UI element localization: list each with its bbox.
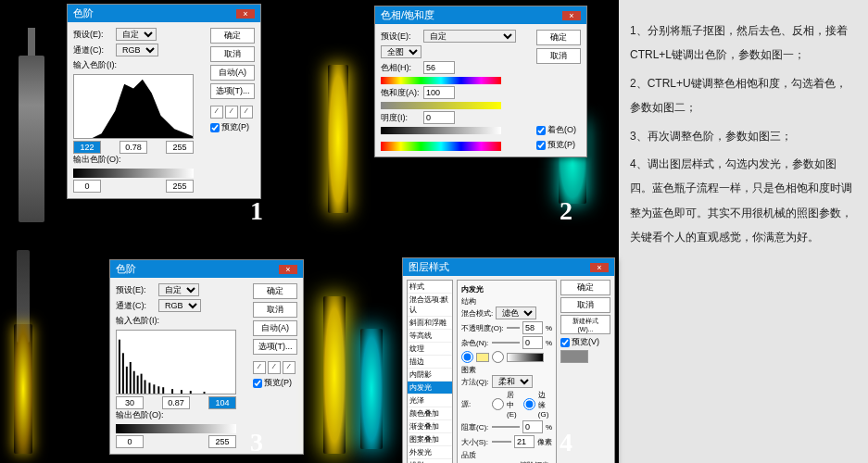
sat-input[interactable] [423, 86, 455, 99]
size-input[interactable] [514, 435, 535, 448]
preview-check[interactable] [536, 141, 546, 150]
out-high[interactable] [166, 180, 194, 193]
svg-rect-5 [133, 371, 135, 394]
options-button[interactable]: 选项(T)... [210, 83, 255, 99]
preset-select[interactable]: 自定 [158, 283, 199, 296]
preview-check[interactable] [560, 338, 570, 347]
choke-input[interactable] [522, 420, 543, 433]
noise-input[interactable] [522, 336, 543, 349]
channel-select[interactable]: RGB [116, 44, 158, 56]
instruction-line: 4、调出图层样式，勾选内发光，参数如图四。蓝色瓶子流程一样，只是色相饱和度时调整… [630, 152, 857, 250]
list-item[interactable]: 颜色叠加 [408, 407, 452, 420]
method-select[interactable]: 柔和 [492, 375, 533, 388]
output-slider[interactable] [73, 169, 194, 178]
choke-slider[interactable] [492, 426, 520, 428]
list-item-active[interactable]: 内发光 [408, 382, 452, 394]
in-high[interactable] [166, 141, 194, 154]
preset-select[interactable]: 自定 [423, 30, 516, 43]
list-item[interactable]: 渐变叠加 [408, 420, 452, 433]
ok-button[interactable]: 确定 [210, 28, 255, 44]
noise-label: 杂色(N): [461, 338, 489, 348]
dialog-title: 色阶 × [68, 5, 260, 22]
list-item[interactable]: 外发光 [408, 446, 452, 459]
ok-button[interactable]: 确定 [536, 30, 581, 45]
channel-select[interactable]: RGB [158, 299, 201, 312]
newstyle-button[interactable]: 新建样式(W)... [560, 315, 610, 334]
in-low[interactable] [116, 396, 144, 409]
histogram [73, 74, 194, 139]
cancel-button[interactable]: 取消 [536, 48, 581, 64]
opacity-input[interactable] [522, 321, 543, 334]
close-icon[interactable]: × [562, 11, 581, 20]
list-item[interactable]: 图案叠加 [408, 433, 452, 446]
colorize-label: 着色(O) [547, 124, 576, 136]
list-item[interactable]: 光泽 [408, 394, 452, 407]
eyedrop-white-icon[interactable]: ⁄ [240, 106, 253, 119]
list-item[interactable]: 样式 [408, 281, 452, 294]
close-icon[interactable]: × [236, 9, 255, 19]
color-radio[interactable] [461, 351, 473, 363]
in-low[interactable] [73, 141, 101, 154]
eyedrop-gray-icon[interactable]: ⁄ [268, 361, 281, 374]
preview-check[interactable] [253, 379, 262, 388]
opacity-slider[interactable] [507, 327, 520, 329]
eyedrop-black-icon[interactable]: ⁄ [210, 106, 223, 119]
preset-label: 预设(E): [381, 31, 420, 43]
levels-dialog-1: 色阶 × 预设(E):自定 通道(C):RGB 输入色阶(I): [67, 4, 261, 199]
cancel-button[interactable]: 取消 [560, 297, 610, 313]
size-slider[interactable] [492, 441, 511, 443]
gradient-radio[interactable] [492, 351, 504, 363]
list-item[interactable]: 斜面和浮雕 [408, 317, 452, 330]
close-icon[interactable]: × [590, 263, 609, 272]
list-item[interactable]: 混合选项:默认 [408, 294, 452, 317]
noise-slider[interactable] [492, 342, 520, 344]
options-button[interactable]: 选项(T)... [253, 339, 297, 355]
out-low[interactable] [116, 435, 144, 448]
cancel-button[interactable]: 取消 [210, 46, 255, 62]
hue-slider[interactable] [381, 77, 501, 84]
output-slider[interactable] [116, 424, 236, 433]
edge-radio[interactable] [523, 398, 535, 410]
eyedrop-black-icon[interactable]: ⁄ [253, 361, 266, 374]
hue-bar [381, 142, 501, 151]
cancel-button[interactable]: 取消 [253, 302, 297, 318]
auto-button[interactable]: 自动(A) [210, 65, 255, 81]
close-icon[interactable]: × [279, 265, 297, 274]
preview-label: 预览(P) [221, 121, 249, 133]
in-mid[interactable] [162, 396, 190, 409]
center-radio[interactable] [492, 398, 504, 410]
eyedrop-white-icon[interactable]: ⁄ [283, 361, 296, 374]
in-high[interactable] [208, 396, 236, 409]
panel-number: 1 [250, 196, 263, 226]
hue-input[interactable] [423, 61, 455, 74]
list-item[interactable]: 等高线 [408, 330, 452, 343]
sat-slider[interactable] [381, 102, 501, 109]
auto-button[interactable]: 自动(A) [253, 320, 297, 336]
style-list: 样式 混合选项:默认 斜面和浮雕 等高线 纹理 描边 内阴影 内发光 光泽 颜色… [407, 280, 453, 463]
preset-select[interactable]: 自定 [116, 28, 157, 41]
list-item[interactable]: 投影 [408, 459, 452, 463]
light-input[interactable] [423, 111, 455, 124]
colorize-check[interactable] [536, 126, 546, 135]
svg-rect-7 [141, 374, 143, 394]
color-swatch[interactable] [476, 353, 489, 362]
eyedrop-gray-icon[interactable]: ⁄ [225, 106, 238, 119]
in-mid[interactable] [120, 141, 147, 154]
style-settings: 内发光 结构 混合模式:滤色 不透明度(O):% 杂色(N):% 图素 方法(Q… [457, 280, 557, 463]
master-select[interactable]: 全图 [381, 45, 421, 58]
blend-select[interactable]: 滤色 [496, 307, 536, 319]
light-slider[interactable] [381, 127, 501, 134]
list-item[interactable]: 描边 [408, 356, 452, 369]
out-low[interactable] [73, 180, 101, 193]
gradient-swatch[interactable] [507, 353, 544, 362]
preview-check[interactable] [210, 123, 220, 132]
bottle-cyan [360, 329, 383, 449]
list-item[interactable]: 纹理 [408, 343, 452, 356]
out-high[interactable] [208, 435, 236, 448]
preview-swatch [560, 350, 588, 363]
list-item[interactable]: 内阴影 [408, 369, 452, 382]
ok-button[interactable]: 确定 [560, 280, 610, 295]
panel-3: 色阶 × 预设(E):自定 通道(C):RGB 输入色阶(I): [0, 232, 309, 463]
ok-button[interactable]: 确定 [253, 283, 297, 299]
blend-label: 混合模式: [461, 308, 493, 319]
